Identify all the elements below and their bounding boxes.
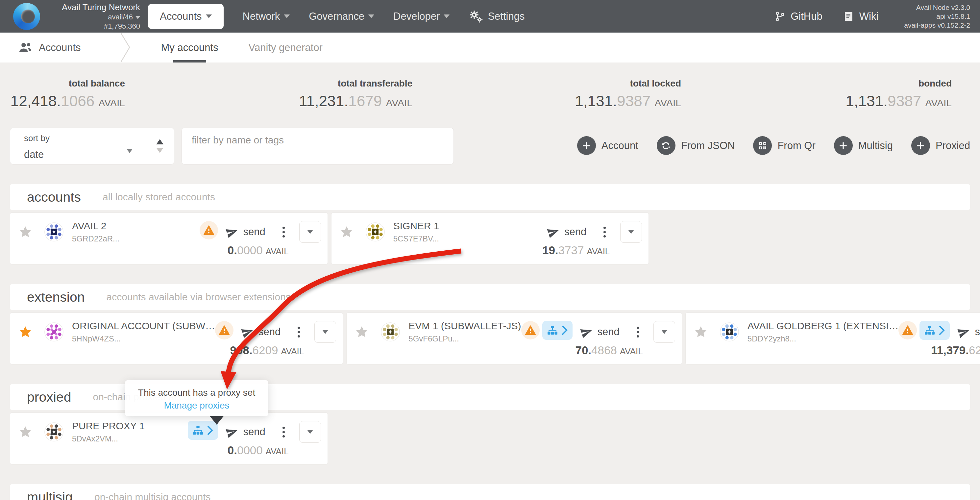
proxy-badge[interactable] <box>542 321 573 340</box>
sitemap-icon <box>193 425 203 436</box>
send-button[interactable]: send <box>243 426 265 438</box>
account-address[interactable]: 5GvF6GLPu... <box>409 334 521 344</box>
more-menu-icon[interactable] <box>280 425 287 439</box>
expand-button[interactable] <box>620 221 642 243</box>
favorite-star-icon[interactable] <box>19 426 32 439</box>
nav-accounts-button[interactable]: Accounts <box>148 4 224 29</box>
account-name: ORIGINAL ACCOUNT (SUBW… <box>72 320 215 331</box>
version-info: Avail Node v2.3.0 api v15.8.1 avail-apps… <box>904 3 970 30</box>
github-branch-icon <box>775 11 785 22</box>
chevron-down-icon <box>135 16 140 19</box>
account-identicon[interactable] <box>45 422 64 441</box>
node-version: Avail Node v2.3.0 <box>904 3 970 12</box>
account-card: ORIGINAL ACCOUNT (SUBW… 5HNpW4ZS... send… <box>10 312 343 365</box>
chevron-down-icon <box>444 14 450 18</box>
send-icon[interactable] <box>547 226 559 238</box>
send-button[interactable]: send <box>243 226 265 238</box>
account-card: AVAIL 2 5GRD22aR... send 0.0000AVAIL <box>10 212 328 264</box>
restore-json-button[interactable]: From JSON <box>657 136 735 155</box>
chevron-right-icon <box>207 425 213 435</box>
nav-developer[interactable]: Developer <box>393 11 450 22</box>
favorite-star-icon[interactable] <box>694 326 707 339</box>
expand-button[interactable] <box>299 421 321 443</box>
add-multisig-button[interactable]: Multisig <box>834 136 893 155</box>
expand-button[interactable] <box>314 321 336 343</box>
send-button[interactable]: send <box>258 326 280 338</box>
account-balance: 70.4868AVAIL <box>575 344 643 357</box>
warning-icon[interactable] <box>521 321 540 339</box>
section-title: accounts <box>27 189 81 205</box>
breadcrumb-accounts[interactable]: Accounts <box>18 33 81 62</box>
tab-vanity-generator[interactable]: Vanity generator <box>249 33 323 62</box>
account-identicon[interactable] <box>366 222 385 242</box>
chevron-down-icon <box>206 14 212 18</box>
account-card: EVM 1 (SUBWALLET-JS) 5GvF6GLPu... send 7… <box>346 312 682 365</box>
account-identicon[interactable] <box>45 322 64 341</box>
account-address[interactable]: 5CS7E7BV... <box>393 234 439 244</box>
favorite-star-icon[interactable] <box>355 326 368 339</box>
send-icon[interactable] <box>241 326 253 338</box>
account-balance: 908.6209AVAIL <box>230 344 304 357</box>
expand-button[interactable] <box>654 321 675 343</box>
proxy-badge[interactable] <box>920 321 950 340</box>
send-icon[interactable] <box>226 426 238 438</box>
nav-network[interactable]: Network <box>243 11 290 22</box>
favorite-star-icon[interactable] <box>340 226 353 239</box>
nav-settings[interactable]: Settings <box>469 10 525 23</box>
more-menu-icon[interactable] <box>601 225 608 239</box>
chevron-down-icon <box>284 14 290 18</box>
account-balance: 0.0000AVAIL <box>228 444 289 457</box>
add-from-qr-button[interactable]: From Qr <box>753 136 815 155</box>
add-proxied-button[interactable]: Proxied <box>911 136 970 155</box>
sitemap-icon <box>924 325 935 336</box>
send-icon[interactable] <box>581 326 593 338</box>
chevron-right-icon <box>939 325 945 335</box>
avail-logo[interactable] <box>13 3 40 30</box>
expand-button[interactable] <box>299 221 321 243</box>
send-button[interactable]: send <box>975 326 980 338</box>
account-address[interactable]: 5HNpW4ZS... <box>72 334 215 344</box>
account-address[interactable]: 5GRD22aR... <box>72 234 119 244</box>
controls-row: sort by date Account From JSON <box>10 127 970 164</box>
favorite-star-icon[interactable] <box>19 326 32 339</box>
github-link[interactable]: GitHub <box>775 11 822 22</box>
sitemap-icon <box>547 325 558 336</box>
chevron-right-icon <box>562 325 568 335</box>
manage-proxies-link[interactable]: Manage proxies <box>164 400 229 411</box>
more-menu-icon[interactable] <box>635 325 641 339</box>
chevron-down-icon <box>127 149 132 153</box>
sort-dropdown[interactable]: sort by date <box>10 127 174 164</box>
favorite-star-icon[interactable] <box>19 226 32 239</box>
account-identicon[interactable] <box>381 322 400 341</box>
stat-total-transferable: total transferable 11,231.1679AVAIL <box>125 78 412 110</box>
account-address[interactable]: 5DvAx2VM... <box>72 434 145 443</box>
send-button[interactable]: send <box>564 226 586 238</box>
warning-icon[interactable] <box>200 221 218 239</box>
network-info[interactable]: Avail Turing Network avail/46 #1,795,360 <box>45 2 140 31</box>
nav-governance[interactable]: Governance <box>309 11 374 22</box>
sort-direction-toggle[interactable] <box>146 128 174 164</box>
send-icon[interactable] <box>226 226 238 238</box>
warning-icon[interactable] <box>215 321 234 339</box>
send-button[interactable]: send <box>598 326 620 338</box>
account-name: PURE PROXY 1 <box>72 420 145 432</box>
account-address[interactable]: 5DDY2yzh8... <box>748 334 899 344</box>
chevron-down-icon <box>322 330 328 334</box>
account-balance: 0.0000AVAIL <box>228 244 289 257</box>
account-identicon[interactable] <box>720 322 739 341</box>
sync-icon <box>657 136 676 155</box>
warning-icon[interactable] <box>899 321 917 339</box>
more-menu-icon[interactable] <box>280 225 287 239</box>
tab-my-accounts[interactable]: My accounts <box>161 33 218 62</box>
add-account-button[interactable]: Account <box>577 136 638 155</box>
more-menu-icon[interactable] <box>296 325 302 339</box>
wiki-link[interactable]: Wiki <box>843 11 879 22</box>
filter-input[interactable] <box>192 135 444 146</box>
sort-desc-icon <box>156 148 164 153</box>
plus-icon <box>911 136 930 155</box>
section-title: multisig <box>27 489 73 500</box>
account-balance: 19.3737AVAIL <box>542 244 610 257</box>
account-identicon[interactable] <box>45 222 64 242</box>
chevron-down-icon <box>307 430 313 434</box>
send-icon[interactable] <box>958 326 970 338</box>
